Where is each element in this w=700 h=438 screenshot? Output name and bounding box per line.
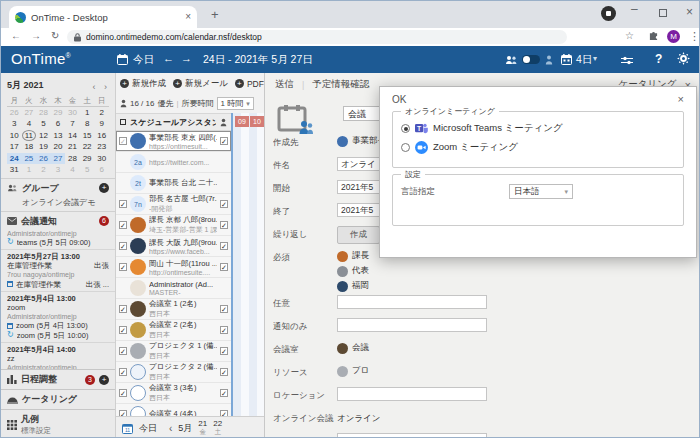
attendee-row[interactable]: ✓事業部長 東京 四郎(...https://ontimesuit...✓: [116, 131, 231, 152]
bookmark-star-icon[interactable]: ☆: [625, 30, 634, 41]
calendar-day[interactable]: 12: [36, 130, 51, 142]
add-schedule-button[interactable]: +: [99, 375, 109, 385]
field-input[interactable]: [337, 387, 487, 401]
attendee-row[interactable]: ✓会議室 4 (4名)✓: [116, 404, 231, 416]
person-chip[interactable]: 課長: [337, 249, 369, 263]
teams-option[interactable]: T Microsoft Teams ミーティング: [401, 122, 675, 135]
extensions-icon[interactable]: [649, 32, 658, 43]
duration-select[interactable]: 1 時間▾: [217, 97, 254, 110]
calendar-prev-icon[interactable]: ‹: [91, 82, 98, 92]
calendar-day[interactable]: 27: [51, 153, 66, 165]
footer-day[interactable]: 21金: [198, 420, 207, 436]
calendar-next-icon[interactable]: ›: [102, 82, 109, 92]
legend-sub[interactable]: 標準設定: [21, 426, 109, 436]
calendar-day[interactable]: 21: [65, 141, 80, 153]
attendee-checkbox-right[interactable]: ✓: [220, 221, 228, 229]
new-event-button[interactable]: +新規作成: [120, 78, 166, 90]
language-select[interactable]: 日本語▾: [509, 184, 573, 199]
attendee-row[interactable]: ✓会議室 1 (2名)西日本✓: [116, 299, 231, 320]
window-maximize-button[interactable]: [659, 9, 667, 17]
today-button[interactable]: 今日: [133, 53, 154, 67]
address-bar[interactable]: domino.ontimedemo.com/calendar.nsf/deskt…: [67, 30, 567, 44]
footer-prev-icon[interactable]: ‹: [169, 423, 172, 434]
attendee-checkbox-left[interactable]: ✓: [119, 200, 127, 208]
forward-button[interactable]: →: [31, 30, 41, 41]
back-button[interactable]: ←: [11, 30, 21, 41]
notice-item[interactable]: ↻teams (5月 5日 09:00): [7, 238, 109, 247]
notice-item[interactable]: 2021年5月4日 13:00: [7, 294, 109, 303]
calendar-day[interactable]: 30: [65, 107, 80, 119]
attendee-checkbox-right[interactable]: ✓: [220, 137, 228, 145]
attendee-checkbox-left[interactable]: ✓: [119, 347, 127, 355]
person-chip[interactable]: 福岡: [337, 279, 369, 293]
calendar-day[interactable]: 6: [94, 164, 109, 176]
attendee-checkbox-right[interactable]: ✓: [220, 263, 228, 271]
person-chip[interactable]: プロ: [337, 364, 369, 378]
field-button[interactable]: 作成: [337, 226, 380, 244]
dialog-close-icon[interactable]: ×: [678, 93, 684, 105]
group-item[interactable]: オンライン会議デモ: [7, 195, 109, 209]
calendar-day[interactable]: 19: [36, 141, 51, 153]
calendar-day[interactable]: 3: [51, 164, 66, 176]
person-view-icon[interactable]: [545, 55, 553, 67]
notice-item[interactable]: zoom: [7, 303, 109, 312]
tab-close-icon[interactable]: ×: [185, 12, 191, 22]
attendee-checkbox-right[interactable]: ✓: [220, 368, 228, 376]
attendee-checkbox-left[interactable]: ✓: [119, 137, 127, 145]
attendee-row[interactable]: 2t事業部長 台北 二十...: [116, 173, 231, 194]
attendee-checkbox-left[interactable]: ✓: [119, 242, 127, 250]
attendee-row[interactable]: ✓課長 京都 八郎(8rou...埼玉-営業部-営業 1 課✓: [116, 215, 231, 236]
notice-item[interactable]: Administrator/ontimejp: [7, 312, 109, 321]
settings-sliders-icon[interactable]: [621, 55, 633, 67]
attendee-checkbox-right[interactable]: ✓: [220, 389, 228, 397]
field-input[interactable]: [337, 295, 487, 309]
view-selector[interactable]: 4日: [576, 53, 592, 67]
calendar-day[interactable]: 31: [7, 164, 22, 176]
calendar-day[interactable]: 2: [94, 107, 109, 119]
prev-range-button[interactable]: ←: [163, 52, 174, 64]
attendee-row[interactable]: 2ahttps://twitter.com...: [116, 152, 231, 173]
calendar-day[interactable]: 20: [51, 141, 66, 153]
attendee-row[interactable]: ✓プロジェクタ 1 (備...西日本✓: [116, 341, 231, 362]
field-input[interactable]: [337, 433, 487, 438]
attendee-row[interactable]: ✓課長 大阪 九郎(9rou...https://www.faceb...✓: [116, 236, 231, 257]
radio-selected[interactable]: [401, 124, 410, 133]
calendar-day[interactable]: 24: [7, 153, 22, 165]
calendar-day[interactable]: 23: [94, 141, 109, 153]
calendar-day[interactable]: 29: [80, 153, 95, 165]
calendar-day[interactable]: 25: [22, 153, 37, 165]
attendee-checkbox-right[interactable]: ✓: [220, 347, 228, 355]
footer-day[interactable]: 22土: [213, 420, 222, 436]
attendee-row[interactable]: ✓プロジェクタ 2 (備...西日本✓: [116, 362, 231, 383]
calendar-day[interactable]: 17: [7, 141, 22, 153]
person-chip[interactable]: 会議: [337, 341, 369, 355]
calendar-day[interactable]: 14: [65, 130, 80, 142]
legend-section[interactable]: 凡例標準設定: [1, 409, 115, 438]
attendee-checkbox-right[interactable]: ✓: [220, 305, 228, 313]
calendar-day[interactable]: 4: [65, 164, 80, 176]
radio-unselected[interactable]: [401, 143, 410, 152]
attendee-checkbox-left[interactable]: ✓: [119, 389, 127, 397]
new-tab-button[interactable]: +: [211, 7, 219, 22]
calendar-day[interactable]: 28: [65, 153, 80, 165]
calendar-day[interactable]: 9: [94, 118, 109, 130]
calendar-day[interactable]: 18: [22, 141, 37, 153]
attendee-checkbox-left[interactable]: ✓: [119, 305, 127, 313]
calendar-day[interactable]: 4: [22, 118, 37, 130]
calendar-day[interactable]: 15: [80, 130, 95, 142]
calendar-day[interactable]: 29: [51, 107, 66, 119]
window-minimize-button[interactable]: –: [631, 2, 638, 16]
window-close-button[interactable]: ×: [686, 5, 693, 19]
calendar-day[interactable]: 8: [80, 118, 95, 130]
add-group-button[interactable]: +: [99, 183, 109, 193]
groups-header[interactable]: グループ +: [7, 182, 109, 195]
footer-today-button[interactable]: 今日: [139, 422, 157, 435]
calendar-day[interactable]: 7: [65, 118, 80, 130]
calendar-day[interactable]: 5: [80, 164, 95, 176]
priority-label[interactable]: 優先: [157, 98, 173, 109]
attendee-checkbox-left[interactable]: ✓: [119, 326, 127, 334]
attendee-checkbox-right[interactable]: ✓: [220, 200, 228, 208]
attendee-checkbox-left[interactable]: ✓: [119, 221, 127, 229]
person-chip[interactable]: 代表: [337, 264, 369, 278]
calendar-day[interactable]: 16: [94, 130, 109, 142]
